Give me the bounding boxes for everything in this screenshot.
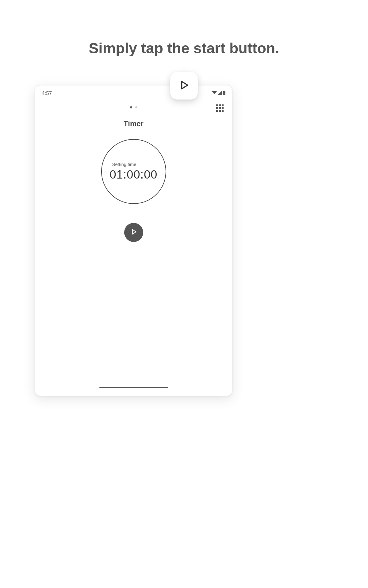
page-dot-2[interactable] <box>135 106 137 108</box>
start-button[interactable] <box>124 223 143 242</box>
status-bar: 4:57 <box>35 85 232 98</box>
status-icons <box>212 91 225 96</box>
floating-play-badge <box>170 72 198 100</box>
timer-circle[interactable]: Setting time 01:00:00 <box>101 139 166 204</box>
play-icon <box>130 228 138 237</box>
play-icon <box>178 80 190 92</box>
signal-icon <box>218 91 222 96</box>
apps-grid-button[interactable] <box>216 104 224 112</box>
device-frame: 4:57 Timer Setting time 01:00:00 <box>35 85 232 396</box>
status-time: 4:57 <box>42 90 52 96</box>
app-title: Timer <box>35 119 232 128</box>
home-indicator[interactable] <box>99 387 168 388</box>
setting-time-label: Setting time <box>112 162 136 167</box>
wifi-icon <box>212 91 217 96</box>
svg-rect-1 <box>223 91 225 95</box>
headline-text: Simply tap the start button. <box>0 0 368 57</box>
battery-icon <box>223 91 225 96</box>
pagination-dots[interactable] <box>35 106 232 108</box>
page-dot-1[interactable] <box>130 106 132 108</box>
time-display: 01:00:00 <box>110 168 158 181</box>
svg-rect-0 <box>224 91 225 91</box>
